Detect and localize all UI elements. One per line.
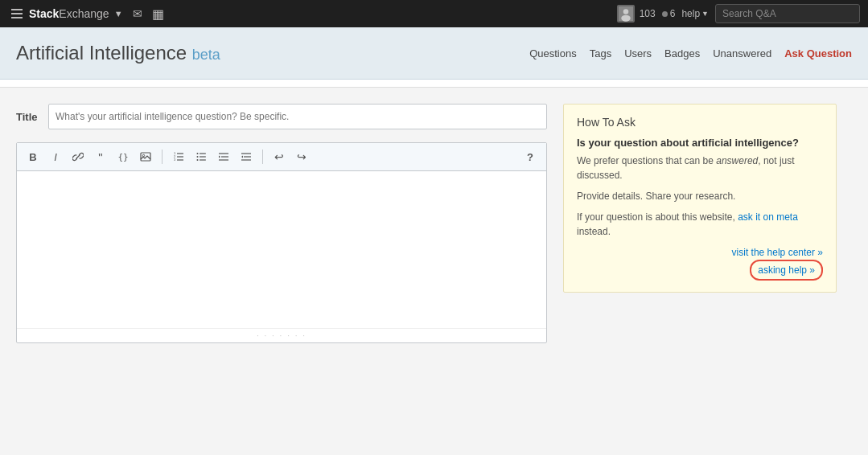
avatar-image (619, 5, 633, 23)
help-chevron: ▼ (701, 10, 709, 18)
ask-question-button[interactable]: Ask Question (784, 47, 852, 59)
site-nav: Questions Tags Users Badges Unanswered A… (529, 47, 852, 59)
ol-icon: 1 2 3 (173, 151, 184, 162)
topbar: StackExchange ▼ ✉ ▦ 103 6 help ▼ (0, 0, 868, 27)
user-reputation: 103 (640, 8, 656, 19)
indent-button[interactable] (214, 148, 233, 166)
menu-button[interactable]: StackExchange ▼ (8, 6, 123, 22)
title-label: Title (16, 111, 40, 123)
bold-button[interactable]: B (23, 148, 43, 166)
svg-point-16 (197, 156, 199, 158)
redo-button[interactable]: ↪ (292, 148, 311, 166)
svg-point-5 (142, 154, 144, 156)
outdent-icon (241, 151, 252, 162)
ordered-list-button[interactable]: 1 2 3 (169, 148, 188, 166)
help-links: visit the help center » asking help » (577, 245, 823, 281)
svg-point-1 (623, 9, 628, 14)
inbox-icon[interactable]: ✉ (133, 7, 142, 20)
svg-point-2 (621, 15, 630, 22)
how-to-ask-para3: If your question is about this website, … (577, 210, 823, 239)
visit-help-center-link[interactable]: visit the help center » (732, 247, 823, 258)
blockquote-button[interactable]: " (91, 148, 110, 166)
editor-resize-handle[interactable]: · · · · · · · (17, 328, 546, 342)
italic-button[interactable]: I (46, 148, 65, 166)
question-form: Title B I " {} (16, 104, 547, 343)
image-icon (140, 151, 151, 162)
how-to-ask-box: How To Ask Is your question about artifi… (563, 104, 837, 293)
nav-unanswered[interactable]: Unanswered (713, 47, 771, 59)
how-to-ask-para1: We prefer questions that can be answered… (577, 154, 823, 182)
svg-point-15 (197, 153, 199, 154)
svg-text:3: 3 (174, 158, 176, 162)
nav-tags[interactable]: Tags (590, 47, 611, 59)
search-input[interactable] (715, 4, 860, 23)
achievements-icon[interactable]: ▦ (152, 6, 164, 22)
badge-count[interactable]: 6 (662, 8, 676, 19)
how-to-ask-subtitle: Is your question about artificial intell… (577, 137, 823, 149)
asking-help-link[interactable]: asking help » (750, 260, 823, 281)
indent-icon (218, 151, 229, 162)
how-to-ask-body: We prefer questions that can be answered… (577, 154, 823, 281)
editor-container: B I " {} (16, 142, 547, 343)
nav-questions[interactable]: Questions (529, 47, 577, 59)
stack-exchange-logo: StackExchange (29, 7, 109, 20)
title-row: Title (16, 104, 547, 129)
sidebar: How To Ask Is your question about artifi… (563, 104, 837, 343)
subheader-divider (0, 80, 868, 88)
avatar (617, 5, 635, 23)
main-content: Title B I " {} (0, 88, 853, 343)
nav-badges[interactable]: Badges (664, 47, 700, 59)
topbar-user[interactable]: 103 (617, 5, 656, 23)
editor-body[interactable] (17, 171, 546, 328)
nav-users[interactable]: Users (624, 47, 652, 59)
outdent-button[interactable] (237, 148, 256, 166)
how-to-ask-title: How To Ask (577, 116, 823, 129)
image-button[interactable] (136, 148, 155, 166)
how-to-ask-para2: Provide details. Share your research. (577, 189, 823, 203)
title-input[interactable] (48, 104, 547, 129)
topbar-right: 103 6 help ▼ (617, 4, 860, 23)
toolbar-separator-1 (162, 150, 162, 164)
badge-dot (662, 11, 668, 17)
unordered-list-button[interactable] (191, 148, 211, 166)
svg-point-17 (197, 159, 199, 161)
site-title: Artificial Intelligence beta (16, 42, 220, 64)
hamburger-icon (8, 6, 26, 22)
undo-button[interactable]: ↩ (269, 148, 289, 166)
svg-rect-4 (141, 153, 150, 161)
ul-icon (195, 151, 207, 162)
site-header: Artificial Intelligence beta Questions T… (0, 27, 868, 80)
editor-toolbar: B I " {} (17, 143, 546, 171)
help-menu[interactable]: help ▼ (681, 8, 709, 19)
link-button[interactable] (68, 148, 88, 166)
toolbar-separator-2 (262, 150, 263, 164)
link-icon (72, 151, 84, 162)
ask-on-meta-link[interactable]: ask it on meta (738, 211, 798, 223)
code-button[interactable]: {} (113, 148, 133, 166)
svg-line-3 (76, 155, 80, 158)
editor-help-button[interactable]: ? (520, 148, 540, 166)
